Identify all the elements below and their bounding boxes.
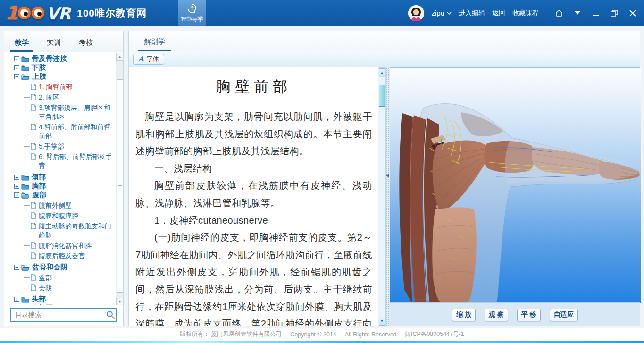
article-paragraph: 1．皮神经cutaneousnerve bbox=[135, 212, 372, 229]
folder-closed-icon bbox=[21, 305, 29, 306]
expand-icon[interactable]: + bbox=[14, 56, 19, 61]
zoom-button[interactable]: 缩 放 bbox=[452, 309, 476, 321]
tree-folder[interactable]: +下肢 bbox=[4, 63, 115, 72]
tree-item-label: 腹前外侧壁 bbox=[39, 201, 72, 210]
enter-edit-link[interactable]: 进入编辑 bbox=[459, 9, 485, 17]
expand-icon[interactable]: + bbox=[14, 184, 19, 189]
search-button[interactable] bbox=[104, 310, 116, 319]
tree-item-label: 4.臂前部、肘前部和前臂前部 bbox=[39, 123, 115, 141]
folder-open-icon bbox=[21, 74, 30, 80]
tab-anatomy[interactable]: 解剖学 bbox=[139, 37, 170, 51]
anatomy-3d-model bbox=[390, 68, 641, 303]
thumb-grip bbox=[118, 184, 122, 188]
tree-item-label: 腹膜和腹膜腔 bbox=[39, 211, 78, 220]
panel-splitter[interactable] bbox=[386, 67, 390, 326]
model-viewer: 缩 放观 察平 移自适应 bbox=[390, 67, 640, 326]
tree-folder[interactable]: +颈部 bbox=[4, 173, 115, 182]
tree-item-label: 1. 胸臂前部 bbox=[39, 83, 73, 92]
back-link[interactable]: 返回 bbox=[492, 9, 505, 17]
expand-icon[interactable]: + bbox=[14, 65, 19, 70]
page-icon bbox=[31, 104, 36, 111]
expand-icon[interactable]: + bbox=[14, 297, 19, 302]
course-tree: +骨及骨连接+下肢−上肢1. 胸臂前部2. 腋区3.项背部浅层、肩胛区和三角肌区… bbox=[4, 53, 123, 306]
sidebar-tab-assessment[interactable]: 考核 bbox=[76, 38, 96, 52]
username: zipu bbox=[431, 9, 444, 17]
logo-eye-icon bbox=[32, 7, 44, 19]
scrollbar-thumb[interactable] bbox=[117, 79, 123, 293]
toolbar: A 字体 bbox=[129, 51, 640, 67]
menu-dropdown-button[interactable] bbox=[572, 7, 583, 19]
app-window: 1 VR 100唯尔教育网 ? 智能导学 bbox=[0, 0, 644, 343]
tree-item-selected[interactable]: 1. 胸臂前部 bbox=[4, 83, 115, 92]
tree-folder[interactable]: +骨及骨连接 bbox=[4, 54, 115, 63]
observe-button[interactable]: 观 察 bbox=[485, 309, 508, 321]
page-icon bbox=[31, 242, 36, 249]
pan-button[interactable]: 平 移 bbox=[517, 309, 541, 321]
page-icon bbox=[31, 143, 36, 150]
tree-item[interactable]: 会阴 bbox=[4, 284, 115, 293]
collapse-icon[interactable]: − bbox=[14, 265, 19, 270]
scrollbar-thumb[interactable] bbox=[379, 85, 385, 107]
tree-folder[interactable]: +胸部 bbox=[4, 182, 115, 191]
scroll-down-button[interactable]: ▼ bbox=[379, 317, 385, 326]
font-button[interactable]: A 字体 bbox=[133, 54, 164, 65]
auto-fit-button[interactable]: 自适应 bbox=[550, 309, 578, 321]
caret-down-icon bbox=[575, 11, 580, 15]
tree-item[interactable]: 4.臂前部、肘前部和前臂前部 bbox=[4, 123, 115, 141]
title-bar: 1 VR 100唯尔教育网 ? 智能导学 bbox=[0, 0, 644, 26]
tree-folder-label: 头部 bbox=[32, 295, 46, 304]
collapse-icon[interactable]: − bbox=[14, 192, 19, 198]
tree-item[interactable]: 2. 腋区 bbox=[4, 93, 115, 102]
tree-item-label: 6. 臂后部、前臂后部及手背 bbox=[39, 152, 115, 170]
tree-item[interactable]: 盆部 bbox=[4, 273, 115, 282]
avatar[interactable] bbox=[408, 5, 424, 21]
tree-item[interactable]: 3.项背部浅层、肩胛区和三角肌区 bbox=[4, 103, 115, 121]
copyright-text: 闽ICP备08005447号-1 bbox=[405, 330, 464, 338]
page-icon bbox=[31, 274, 36, 281]
logo-vr-text: VR bbox=[46, 4, 70, 23]
minimize-button[interactable] bbox=[590, 7, 602, 19]
page-icon bbox=[31, 284, 36, 291]
page-icon bbox=[31, 223, 36, 229]
smart-guide-button[interactable]: ? 智能导学 bbox=[178, 0, 206, 26]
home-button[interactable] bbox=[553, 7, 565, 19]
tree-item-label: 腹主动脉的奇数脏支和门静脉 bbox=[39, 222, 115, 240]
sidebar-tab-teaching[interactable]: 教学 bbox=[12, 38, 32, 52]
tree-folder[interactable]: +头部 bbox=[4, 295, 115, 304]
sidebar-tab-training[interactable]: 实训 bbox=[44, 38, 64, 52]
tree-scrollbar[interactable]: ▲ ▼ bbox=[116, 53, 123, 306]
tree-item[interactable]: 腹前外侧壁 bbox=[4, 201, 115, 210]
tree-folder[interactable]: −盆骨和会阴 bbox=[4, 263, 115, 272]
catalog-search-box bbox=[10, 308, 117, 322]
close-button[interactable] bbox=[627, 7, 638, 19]
article-paragraph: (一)肋间神经的皮支，即胸神经前支的皮支。第2～7肋间神经在肋间内、外肌之间循环… bbox=[135, 229, 372, 326]
tree-item[interactable]: 腹膜和腹膜腔 bbox=[4, 211, 115, 220]
sidebar-tabs: 教学实训考核 bbox=[4, 31, 123, 52]
collapse-left-icon[interactable] bbox=[386, 173, 389, 178]
catalog-search-input[interactable] bbox=[11, 311, 104, 318]
favorite-course-link[interactable]: 收藏课程 bbox=[512, 9, 539, 17]
tree-item[interactable]: 腹主动脉的奇数脏支和门静脉 bbox=[4, 222, 115, 240]
tree-folder[interactable]: −腹部 bbox=[4, 191, 115, 200]
maximize-button[interactable] bbox=[609, 7, 620, 19]
tree-item[interactable]: 腹腔消化器官和脾 bbox=[4, 241, 115, 250]
user-menu[interactable]: zipu bbox=[431, 9, 452, 17]
collapse-icon[interactable]: − bbox=[14, 74, 19, 79]
tree-item-label: 5.手掌部 bbox=[39, 142, 64, 151]
tree-item[interactable]: 腹膜后腔及器官 bbox=[4, 251, 115, 260]
folder-open-icon bbox=[21, 192, 30, 199]
scroll-up-button[interactable]: ▲ bbox=[379, 68, 385, 77]
tree-item[interactable]: 6. 臂后部、前臂后部及手背 bbox=[4, 152, 115, 170]
minimize-icon bbox=[593, 10, 599, 16]
tree-item[interactable]: 5.手掌部 bbox=[4, 142, 115, 151]
copyright-text: All Rights Reserved bbox=[345, 331, 397, 338]
tree-children: 腹前外侧壁腹膜和腹膜腔腹主动脉的奇数脏支和门静脉腹腔消化器官和脾腹膜后腔及器官 bbox=[4, 200, 115, 263]
tree-folder-label: 骨及骨连接 bbox=[32, 54, 67, 63]
main-panel: 解剖学 A 字体 胸壁前部 胸壁是以胸廓为支架，肋骨间充以肋间肌，外被躯干肌和胸… bbox=[128, 31, 640, 326]
footer: 版权所有： 厦门凤凰创壹软件有限公司Copyright © 2014All Ri… bbox=[0, 328, 644, 341]
article-scrollbar[interactable]: ▲ ▼ bbox=[378, 67, 386, 326]
expand-icon[interactable]: + bbox=[14, 175, 19, 180]
model-3d-canvas[interactable] bbox=[390, 68, 640, 303]
scroll-up-button[interactable]: ▲ bbox=[116, 53, 123, 61]
tree-folder[interactable]: −上肢 bbox=[4, 72, 115, 81]
